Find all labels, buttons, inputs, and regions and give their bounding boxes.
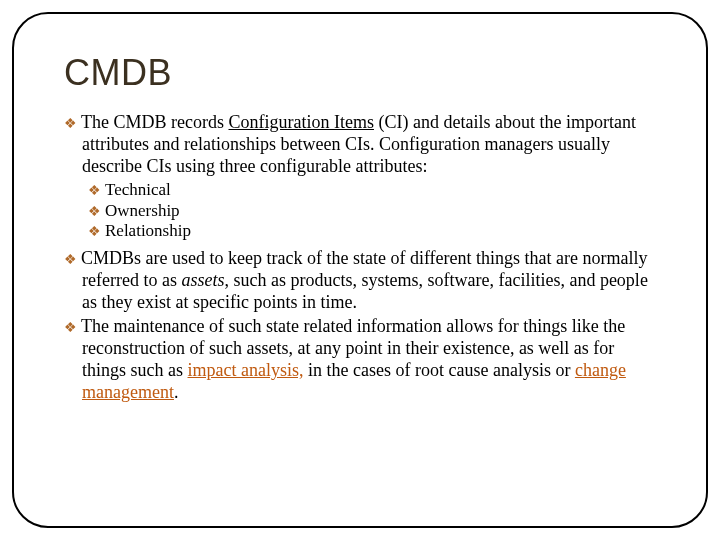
italic-term: assets	[181, 270, 224, 290]
slide-frame: CMDB ❖The CMDB records Configuration Ite…	[12, 12, 708, 528]
bullet-item: ❖CMDBs are used to keep track of the sta…	[64, 248, 656, 314]
diamond-bullet-icon: ❖	[64, 251, 81, 267]
sub-bullet-item: ❖Relationship	[64, 221, 656, 242]
diamond-bullet-icon: ❖	[88, 224, 105, 239]
text-run: in the cases of root cause analysis or	[303, 360, 574, 380]
slide-body: ❖The CMDB records Configuration Items (C…	[64, 112, 656, 404]
sub-bullet-list: ❖Technical ❖Ownership ❖Relationship	[64, 180, 656, 242]
diamond-bullet-icon: ❖	[64, 115, 81, 131]
diamond-bullet-icon: ❖	[64, 319, 81, 335]
text-run: The CMDB records	[81, 112, 228, 132]
bullet-item: ❖The CMDB records Configuration Items (C…	[64, 112, 656, 178]
sub-bullet-item: ❖Technical	[64, 180, 656, 201]
text-run: Technical	[105, 180, 171, 199]
text-run: Relationship	[105, 221, 191, 240]
text-run: Ownership	[105, 201, 180, 220]
sub-bullet-item: ❖Ownership	[64, 201, 656, 222]
link-impact-analysis[interactable]: impact analysis,	[188, 360, 304, 380]
text-run: .	[174, 382, 179, 402]
bullet-item: ❖The maintenance of such state related i…	[64, 316, 656, 404]
diamond-bullet-icon: ❖	[88, 183, 105, 198]
diamond-bullet-icon: ❖	[88, 204, 105, 219]
underlined-term: Configuration Items	[228, 112, 373, 132]
slide-title: CMDB	[64, 52, 656, 94]
slide: CMDB ❖The CMDB records Configuration Ite…	[0, 0, 720, 540]
